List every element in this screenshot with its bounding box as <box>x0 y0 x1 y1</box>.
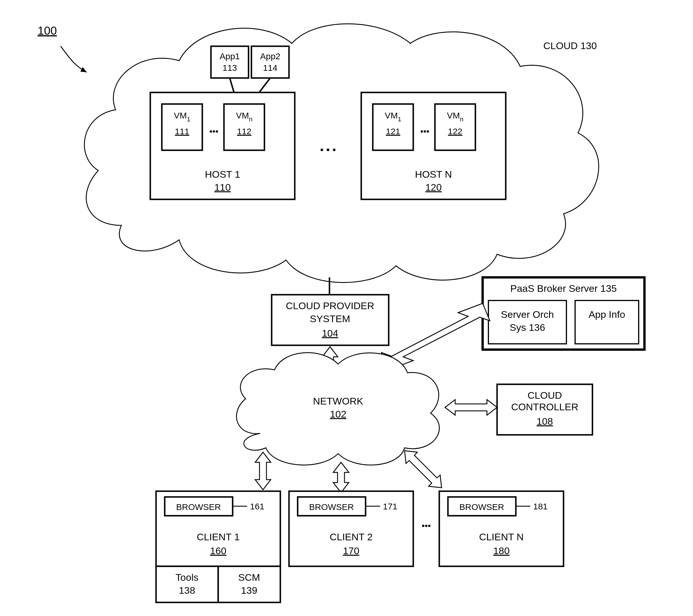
paas-title: PaaS Broker Server 135 <box>510 283 617 294</box>
cps-line1: CLOUD PROVIDER <box>286 300 374 311</box>
host1-box: HOST 1 110 VM1 111 ••• VMn 112 <box>150 93 295 199</box>
client-ellipsis: ••• <box>422 521 431 531</box>
hostn-name: HOST N <box>415 169 452 180</box>
client2-browser: BROWSER <box>309 502 354 512</box>
client1-ref: 160 <box>210 545 226 556</box>
host1-vmn-ref: 112 <box>237 126 252 136</box>
svg-marker-16 <box>255 452 271 490</box>
tools-ref: 138 <box>179 585 195 596</box>
app1-ref: 113 <box>222 63 237 73</box>
paas-broker-server: PaaS Broker Server 135 Server Orch Sys 1… <box>482 277 645 350</box>
hosts-ellipsis: • • • <box>320 144 336 155</box>
client2: BROWSER 171 CLIENT 2 170 <box>289 491 413 566</box>
hostn-box: HOST N 120 VM1 121 ••• VMn 122 <box>361 93 506 199</box>
figure-ref: 100 <box>38 24 57 37</box>
app2-box: App2 114 <box>252 46 289 78</box>
hostn-vmn-ref: 122 <box>448 126 462 136</box>
hostn-vm1-ref: 121 <box>386 126 400 136</box>
svg-rect-1 <box>252 46 289 78</box>
svg-marker-15 <box>445 400 497 415</box>
app2-ref: 114 <box>263 63 277 73</box>
cps-line2: SYSTEM <box>310 313 350 324</box>
client1-name: CLIENT 1 <box>197 531 240 542</box>
host1-vm1-ref: 111 <box>175 126 189 136</box>
figure-arrowhead <box>80 67 87 72</box>
svg-marker-17 <box>333 462 349 493</box>
clientn: BROWSER 181 CLIENT N 180 <box>439 491 563 566</box>
host1-name: HOST 1 <box>205 169 240 180</box>
cc-ref: 108 <box>537 416 553 427</box>
cc-line2: CONTROLLER <box>511 401 578 412</box>
cc-line1: CLOUD <box>528 390 562 401</box>
clientn-browser-ref: 181 <box>533 502 548 511</box>
client2-browser-ref: 171 <box>383 502 397 511</box>
hostn-vm-ellipsis: ••• <box>420 126 430 136</box>
network-cc-arrow <box>445 400 497 415</box>
svg-marker-12 <box>381 303 490 370</box>
host1-vm-ellipsis: ••• <box>209 126 218 136</box>
scm-name: SCM <box>238 572 260 583</box>
network-client2-arrow <box>333 462 349 493</box>
network-ref: 102 <box>330 409 346 419</box>
network-cloud: NETWORK 102 <box>236 353 439 465</box>
clientn-name: CLIENT N <box>479 531 524 542</box>
app1-box: App1 113 <box>211 46 249 78</box>
svg-rect-11 <box>575 300 639 344</box>
svg-rect-0 <box>211 46 249 78</box>
cps-ref: 104 <box>322 327 338 339</box>
host1-ref: 110 <box>214 182 231 193</box>
cloud-provider-system: CLOUD PROVIDER SYSTEM 104 <box>272 295 389 345</box>
app2-name: App2 <box>260 52 280 61</box>
hostn-ref: 120 <box>425 182 442 193</box>
app-info-l1: App Info <box>589 309 626 320</box>
clientn-browser: BROWSER <box>459 502 504 512</box>
network-clientn-arrow <box>404 451 441 488</box>
server-orch-l1: Server Orch <box>501 309 554 320</box>
app1-name: App1 <box>220 52 240 61</box>
client1-browser: BROWSER <box>176 502 221 512</box>
cloud-controller: CLOUD CONTROLLER 108 <box>497 384 592 435</box>
network-client1-arrow <box>255 452 271 490</box>
client1-browser-ref: 161 <box>250 502 264 511</box>
cloud-label: CLOUD 130 <box>543 40 597 51</box>
client2-ref: 170 <box>343 545 359 556</box>
scm-ref: 139 <box>241 585 257 596</box>
big-double-arrow <box>381 303 490 370</box>
svg-marker-18 <box>404 451 441 488</box>
client2-name: CLIENT 2 <box>330 531 373 542</box>
client1: BROWSER 161 CLIENT 1 160 Tools 138 SCM 1… <box>156 491 280 602</box>
network-name: NETWORK <box>313 396 363 406</box>
tools-name: Tools <box>175 572 198 583</box>
clientn-ref: 180 <box>493 545 510 556</box>
server-orch-l2: Sys 136 <box>510 322 545 333</box>
